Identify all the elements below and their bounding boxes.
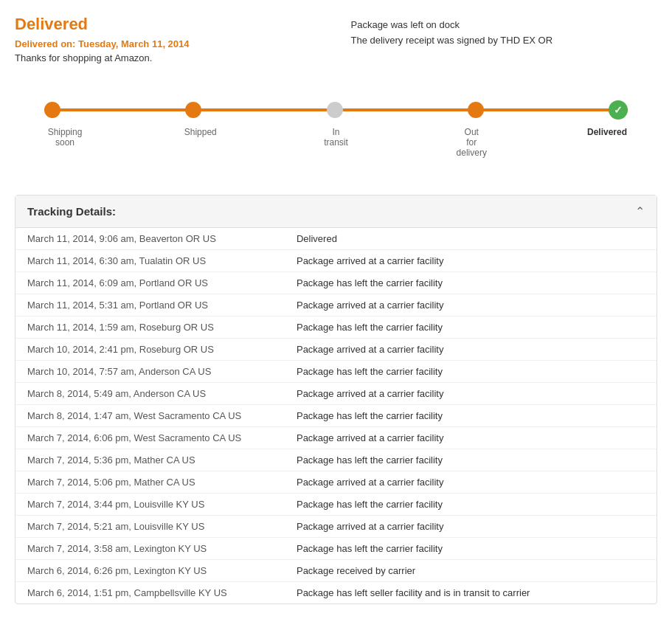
tracking-status: Package arrived at a carrier facility bbox=[285, 516, 657, 538]
tracking-datetime: March 8, 2014, 1:47 am, West Sacramento … bbox=[15, 405, 285, 427]
tracking-datetime: March 7, 2014, 3:58 am, Lexington KY US bbox=[15, 538, 285, 560]
tracking-datetime: March 7, 2014, 3:44 pm, Louisville KY US bbox=[15, 494, 285, 516]
track-node-shipped bbox=[185, 102, 201, 118]
delivered-label: Delivered on: bbox=[15, 38, 75, 49]
table-row: March 8, 2014, 1:47 am, West Sacramento … bbox=[15, 405, 657, 427]
tracking-datetime: March 10, 2014, 2:41 pm, Roseburg OR US bbox=[15, 339, 285, 361]
tracking-status: Package arrived at a carrier facility bbox=[285, 250, 657, 272]
tracking-datetime: March 6, 2014, 6:26 pm, Lexington KY US bbox=[15, 560, 285, 582]
table-row: March 7, 2014, 3:44 pm, Louisville KY US… bbox=[15, 494, 657, 516]
tracking-status: Package has left the carrier facility bbox=[285, 494, 657, 516]
tracking-datetime: March 7, 2014, 5:36 pm, Mather CA US bbox=[15, 449, 285, 471]
table-row: March 7, 2014, 6:06 pm, West Sacramento … bbox=[15, 427, 657, 449]
tracking-status: Package has left the carrier facility bbox=[285, 317, 657, 339]
tracking-datetime: March 7, 2014, 6:06 pm, West Sacramento … bbox=[15, 427, 285, 449]
table-row: March 6, 2014, 6:26 pm, Lexington KY US … bbox=[15, 560, 657, 582]
tracking-status: Package arrived at a carrier facility bbox=[285, 383, 657, 405]
node-circle-delivered: ✓ bbox=[609, 100, 628, 120]
table-row: March 11, 2014, 1:59 am, Roseburg OR US … bbox=[15, 317, 657, 339]
signature-line: The delivery receipt was signed by THD E… bbox=[351, 33, 658, 49]
track-node-in-transit bbox=[327, 102, 343, 118]
track-node-shipping-soon bbox=[44, 102, 60, 118]
tracking-datetime: March 7, 2014, 5:06 pm, Mather CA US bbox=[15, 471, 285, 494]
table-row: March 7, 2014, 5:06 pm, Mather CA US Pac… bbox=[15, 471, 657, 494]
tracking-header[interactable]: Tracking Details: ⌃ bbox=[15, 196, 657, 228]
node-circle-shipping-soon bbox=[44, 102, 60, 118]
tracking-status: Package arrived at a carrier facility bbox=[285, 339, 657, 361]
tracking-datetime: March 6, 2014, 1:51 pm, Campbellsville K… bbox=[15, 582, 285, 604]
tracking-status: Package has left seller facility and is … bbox=[285, 582, 657, 604]
chevron-up-icon: ⌃ bbox=[635, 204, 645, 218]
tracking-datetime: March 11, 2014, 5:31 am, Portland OR US bbox=[15, 294, 285, 317]
tracking-datetime: March 10, 2014, 7:57 am, Anderson CA US bbox=[15, 361, 285, 383]
tracking-status: Package arrived at a carrier facility bbox=[285, 294, 657, 317]
track-node-out-for-delivery bbox=[468, 102, 484, 118]
label-shipping-soon: Shippingsoon bbox=[35, 127, 94, 158]
tracking-datetime: March 11, 2014, 9:06 am, Beaverton OR US bbox=[15, 228, 285, 250]
table-row: March 10, 2014, 7:57 am, Anderson CA US … bbox=[15, 361, 657, 383]
table-row: March 11, 2014, 6:09 am, Portland OR US … bbox=[15, 272, 657, 294]
header-right: Package was left on dock The delivery re… bbox=[351, 15, 658, 63]
track-node-delivered: ✓ bbox=[609, 100, 628, 120]
tracking-header-title: Tracking Details: bbox=[27, 205, 116, 218]
header-section: Delivered Delivered on: Tuesday, March 1… bbox=[15, 15, 657, 63]
table-row: March 8, 2014, 5:49 am, Anderson CA US P… bbox=[15, 383, 657, 405]
delivered-date-value: Tuesday, March 11, 2014 bbox=[78, 38, 190, 49]
delivered-title: Delivered bbox=[15, 15, 322, 34]
tracking-status: Package arrived at a carrier facility bbox=[285, 471, 657, 494]
delivered-date: Delivered on: Tuesday, March 11, 2014 bbox=[15, 38, 322, 49]
label-delivered: Delivered bbox=[578, 127, 637, 158]
node-circle-shipped bbox=[185, 102, 201, 118]
dock-line: Package was left on dock bbox=[351, 18, 658, 33]
tracking-datetime: March 11, 2014, 6:30 am, Tualatin OR US bbox=[15, 250, 285, 272]
tracking-status: Package has left the carrier facility bbox=[285, 272, 657, 294]
tracking-status: Package has left the carrier facility bbox=[285, 405, 657, 427]
tracking-datetime: March 7, 2014, 5:21 am, Louisville KY US bbox=[15, 516, 285, 538]
table-row: March 6, 2014, 1:51 pm, Campbellsville K… bbox=[15, 582, 657, 604]
tracking-datetime: March 8, 2014, 5:49 am, Anderson CA US bbox=[15, 383, 285, 405]
tracking-section: Tracking Details: ⌃ March 11, 2014, 9:06… bbox=[15, 195, 657, 604]
label-out-for-delivery: Outfordelivery bbox=[442, 127, 501, 158]
table-row: March 7, 2014, 3:58 am, Lexington KY US … bbox=[15, 538, 657, 560]
tracking-table: March 11, 2014, 9:06 am, Beaverton OR US… bbox=[15, 228, 657, 604]
label-in-transit: Intransit bbox=[307, 127, 366, 158]
tracking-datetime: March 11, 2014, 1:59 am, Roseburg OR US bbox=[15, 317, 285, 339]
node-circle-out-for-delivery bbox=[468, 102, 484, 118]
tracking-datetime: March 11, 2014, 6:09 am, Portland OR US bbox=[15, 272, 285, 294]
table-row: March 11, 2014, 6:30 am, Tualatin OR US … bbox=[15, 250, 657, 272]
header-left: Delivered Delivered on: Tuesday, March 1… bbox=[15, 15, 322, 63]
node-labels-row: Shippingsoon Shipped Intransit Outfordel… bbox=[15, 127, 657, 158]
tracking-status: Package arrived at a carrier facility bbox=[285, 427, 657, 449]
tracking-status: Package has left the carrier facility bbox=[285, 538, 657, 560]
tracking-status: Package has left the carrier facility bbox=[285, 361, 657, 383]
table-row: March 10, 2014, 2:41 pm, Roseburg OR US … bbox=[15, 339, 657, 361]
tracking-status: Delivered bbox=[285, 228, 657, 250]
table-row: March 11, 2014, 5:31 am, Portland OR US … bbox=[15, 294, 657, 317]
tracking-status: Package received by carrier bbox=[285, 560, 657, 582]
table-row: March 7, 2014, 5:21 am, Louisville KY US… bbox=[15, 516, 657, 538]
checkmark-icon: ✓ bbox=[614, 105, 623, 115]
node-circle-in-transit bbox=[327, 102, 343, 118]
table-row: March 11, 2014, 9:06 am, Beaverton OR US… bbox=[15, 228, 657, 250]
tracking-status: Package has left the carrier facility bbox=[285, 449, 657, 471]
progress-section: ✓ Shippingsoon Shipped Intransit Outford… bbox=[15, 86, 657, 173]
thanks-text: Thanks for shopping at Amazon. bbox=[15, 52, 322, 63]
label-shipped: Shipped bbox=[171, 127, 230, 158]
table-row: March 7, 2014, 5:36 pm, Mather CA US Pac… bbox=[15, 449, 657, 471]
progress-track: ✓ bbox=[15, 100, 657, 120]
page-wrapper: Delivered Delivered on: Tuesday, March 1… bbox=[0, 0, 672, 619]
